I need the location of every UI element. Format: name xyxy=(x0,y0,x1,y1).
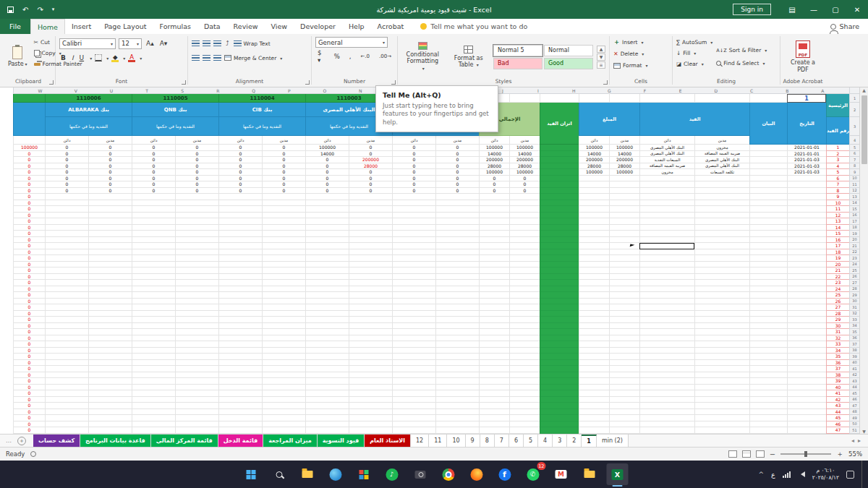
amount-debit-cell[interactable] xyxy=(609,225,639,231)
row-header[interactable]: 32 xyxy=(849,311,859,317)
bank-debit-cell[interactable] xyxy=(88,335,132,342)
font-color-icon[interactable]: A xyxy=(128,54,135,61)
amount-debit-cell[interactable] xyxy=(609,292,639,299)
date-cell[interactable]: 2021-01-03 xyxy=(787,169,826,176)
entry-no-cell[interactable]: 5 xyxy=(826,169,849,176)
bank-credit-cell[interactable] xyxy=(305,213,349,219)
zoom-out-icon[interactable]: − xyxy=(770,450,775,458)
statement-cell[interactable] xyxy=(749,237,787,244)
bank-credit-cell[interactable]: 0 xyxy=(45,169,88,176)
statement-cell[interactable] xyxy=(749,427,787,434)
amount-debit-cell[interactable] xyxy=(609,213,639,219)
bank-debit-cell[interactable] xyxy=(435,366,479,372)
menu-tab-view[interactable]: View xyxy=(265,19,294,34)
statement-cell[interactable] xyxy=(749,225,787,231)
bank-credit-cell[interactable] xyxy=(218,274,262,281)
bank-debit-cell[interactable] xyxy=(88,213,132,219)
increase-decimal-icon[interactable]: ←.0 xyxy=(358,53,372,59)
balance-cell[interactable] xyxy=(540,280,579,286)
entry-debit-cell[interactable] xyxy=(694,299,749,305)
amount-debit-cell[interactable] xyxy=(609,299,639,305)
menu-tab-acrobat[interactable]: Acrobat xyxy=(371,19,411,34)
total-credit-cell[interactable] xyxy=(479,415,509,421)
minimize-button[interactable]: — xyxy=(803,0,825,19)
number-format-select[interactable]: General▾ xyxy=(315,37,388,48)
left-edge-cell[interactable]: 0 xyxy=(13,163,45,170)
bank-debit-cell[interactable] xyxy=(175,403,218,409)
entry-debit-cell[interactable] xyxy=(694,206,749,213)
bank-credit-cell[interactable] xyxy=(305,335,349,342)
bank-credit-cell[interactable] xyxy=(392,218,435,225)
entry-credit-cell[interactable] xyxy=(639,237,694,244)
file-tab[interactable]: File xyxy=(0,19,30,34)
bank-debit-cell[interactable] xyxy=(88,397,132,403)
left-edge-cell[interactable]: 0 xyxy=(13,237,45,244)
bank-debit-cell[interactable] xyxy=(88,243,132,249)
date-cell[interactable] xyxy=(787,188,826,194)
bank-debit-cell[interactable] xyxy=(349,390,392,397)
bank-debit-cell[interactable] xyxy=(435,286,479,293)
amount-debit-cell[interactable] xyxy=(609,274,639,281)
date-cell[interactable] xyxy=(787,176,826,182)
bank-debit-cell[interactable] xyxy=(349,267,392,274)
amount-debit-cell[interactable]: 100000 xyxy=(609,169,639,176)
firefox-taskbar-button[interactable] xyxy=(466,463,488,485)
bank-debit-cell[interactable]: 0 xyxy=(262,151,305,158)
amount-debit-cell[interactable] xyxy=(609,397,639,403)
row-header[interactable]: 45 xyxy=(849,390,859,397)
bank-debit-cell[interactable] xyxy=(175,348,218,354)
left-edge-cell[interactable]: 0 xyxy=(13,427,45,434)
bank-debit-cell[interactable] xyxy=(435,348,479,354)
bank-debit-cell[interactable] xyxy=(175,292,218,299)
row-header[interactable]: 40 xyxy=(849,360,859,367)
balance-cell[interactable] xyxy=(540,421,579,428)
date-header[interactable]: التاريخ xyxy=(787,103,826,145)
date-cell[interactable] xyxy=(787,255,826,262)
total-credit-cell[interactable] xyxy=(479,267,509,274)
entry-debit-cell[interactable] xyxy=(694,176,749,182)
bank-credit-cell[interactable] xyxy=(305,378,349,385)
bank-debit-cell[interactable] xyxy=(262,397,305,403)
bank-debit-cell[interactable]: 0 xyxy=(349,169,392,176)
amount-credit-cell[interactable]: 200000 xyxy=(579,157,609,163)
entry-debit-cell[interactable]: مخزون xyxy=(694,145,749,151)
sheet-cell[interactable]: مدين xyxy=(175,136,218,145)
left-edge-cell[interactable]: 0 xyxy=(13,218,45,225)
volume-icon[interactable] xyxy=(798,471,805,477)
entry-no-cell[interactable]: 10 xyxy=(826,200,849,207)
row-header[interactable]: 20 xyxy=(849,237,859,244)
bank-credit-cell[interactable] xyxy=(45,225,88,231)
bank-debit-cell[interactable] xyxy=(175,335,218,342)
sheet-tab[interactable]: 4 xyxy=(538,435,553,447)
entry-debit-cell[interactable] xyxy=(694,323,749,330)
top-align-icon[interactable] xyxy=(192,40,200,46)
amount-debit-cell[interactable] xyxy=(609,311,639,317)
date-cell[interactable] xyxy=(787,366,826,372)
bank-debit-cell[interactable] xyxy=(88,286,132,293)
total-debit-cell[interactable]: 14000 xyxy=(509,151,540,158)
bank-debit-cell[interactable] xyxy=(349,372,392,379)
amount-debit-cell[interactable] xyxy=(609,200,639,207)
bank-credit-cell[interactable] xyxy=(45,323,88,330)
date-cell[interactable] xyxy=(787,200,826,207)
statement-cell[interactable] xyxy=(749,200,787,207)
balance-cell[interactable] xyxy=(540,249,579,256)
left-edge-cell[interactable]: 0 xyxy=(13,421,45,428)
total-credit-cell[interactable] xyxy=(479,218,509,225)
bank-credit-cell[interactable] xyxy=(45,274,88,281)
scrollbar-thumb[interactable] xyxy=(861,95,867,164)
left-edge-cell[interactable]: 100000 xyxy=(13,145,45,151)
bank-debit-cell[interactable] xyxy=(175,243,218,249)
bank-credit-cell[interactable]: 0 xyxy=(45,163,88,170)
bank-credit-cell[interactable] xyxy=(218,323,262,330)
date-cell[interactable]: 2021-01-01 xyxy=(787,145,826,151)
entry-credit-cell[interactable] xyxy=(639,335,694,342)
bank-credit-cell[interactable] xyxy=(305,366,349,372)
home-link-cell[interactable]: الرئيسية xyxy=(826,94,849,117)
left-edge-cell[interactable]: 0 xyxy=(13,335,45,342)
row-header[interactable]: 30 xyxy=(849,299,859,305)
entry-credit-cell[interactable] xyxy=(639,299,694,305)
bank-debit-cell[interactable] xyxy=(349,329,392,335)
bank-debit-cell[interactable] xyxy=(349,249,392,256)
balance-cell[interactable] xyxy=(540,243,579,249)
